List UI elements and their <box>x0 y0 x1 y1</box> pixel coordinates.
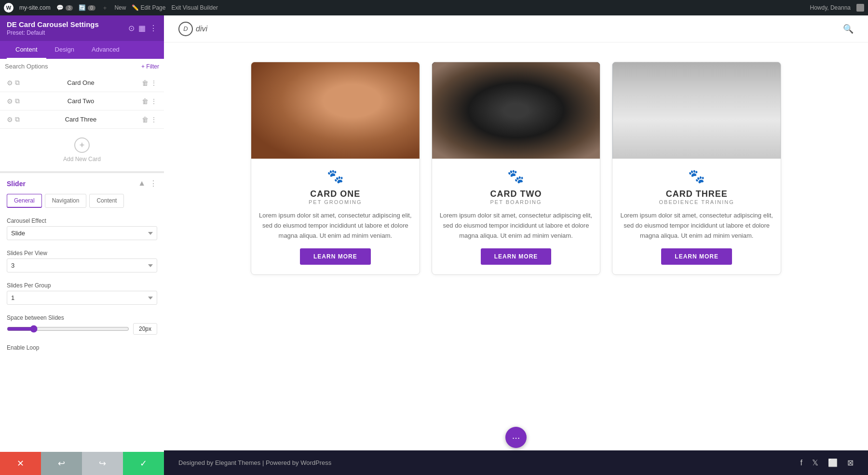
slider-more-icon[interactable]: ⋮ <box>149 179 157 188</box>
wp-logo-icon[interactable]: W <box>4 3 14 13</box>
card-two-body: 🐾 CARD TWO PET BOARDING Lorem ipsum dolo… <box>432 159 600 274</box>
undo-button[interactable]: ↩ <box>41 452 82 475</box>
card-two-btn[interactable]: LEARN MORE <box>481 248 552 265</box>
svg-rect-10 <box>432 62 600 159</box>
svg-point-21 <box>477 130 505 147</box>
user-avatar[interactable] <box>856 4 864 12</box>
main-layout: DE Card Carousel Settings Preset: Defaul… <box>0 15 868 475</box>
tab-design[interactable]: Design <box>46 41 83 59</box>
layout-icon[interactable]: ▦ <box>138 24 146 33</box>
edit-page-button[interactable]: ✏️ Edit Page <box>132 4 165 11</box>
settings-gear-icon-2[interactable]: ⚙ <box>7 97 13 105</box>
plus-circle-icon: + <box>74 137 90 153</box>
settings-gear-icon[interactable]: ⚙ <box>7 79 13 87</box>
subtab-general[interactable]: General <box>7 194 42 208</box>
exit-builder-button[interactable]: Exit Visual Builder <box>171 4 218 11</box>
card-two-title: CARD TWO <box>440 189 593 199</box>
delete-card-one-icon[interactable]: 🗑 <box>142 79 149 87</box>
instagram-icon[interactable]: ⬜ <box>828 458 838 467</box>
rss-icon[interactable]: ⊠ <box>847 458 854 467</box>
divi-logo-circle-icon: D <box>178 22 193 36</box>
new-button[interactable]: New <box>114 4 126 11</box>
svg-rect-28 <box>674 77 712 113</box>
carousel-effect-select[interactable]: Slide Fade Coverflow <box>7 226 157 240</box>
add-new-card-label: Add New Card <box>63 156 101 163</box>
admin-bar: W my-site.com 💬 3 🔄 0 + New ✏️ Edit Page… <box>0 0 868 15</box>
site-name-link[interactable]: my-site.com <box>19 4 51 11</box>
slides-per-view-label: Slides Per View <box>7 250 157 257</box>
card-one-label: Card One <box>24 79 138 86</box>
slider-header[interactable]: Slider ▲ ⋮ <box>0 173 164 194</box>
svg-point-14 <box>517 79 542 110</box>
svg-point-18 <box>507 98 509 100</box>
collapse-icon[interactable]: ▲ <box>138 179 146 188</box>
card-two-image <box>432 62 600 159</box>
card-one-body: 🐾 CARD ONE PET GROOMING Lorem ipsum dolo… <box>251 159 420 274</box>
card-three-title: CARD THREE <box>620 189 773 199</box>
svg-point-33 <box>748 135 753 140</box>
duplicate-icon-2[interactable]: ⧉ <box>15 97 20 105</box>
card-three-icon: 🐾 <box>620 168 773 184</box>
settings-gear-icon-3[interactable]: ⚙ <box>7 116 13 123</box>
svg-point-15 <box>492 84 540 131</box>
redo-button[interactable]: ↪ <box>82 452 123 475</box>
subtab-navigation[interactable]: Navigation <box>45 194 87 208</box>
carousel-effect-label: Carousel Effect <box>7 217 157 224</box>
card-two-item[interactable]: ⚙ ⧉ Card Two 🗑 ⋮ <box>0 92 164 110</box>
search-icon[interactable]: 🔍 <box>843 24 854 34</box>
duplicate-icon[interactable]: ⧉ <box>15 79 20 87</box>
card-three-item[interactable]: ⚙ ⧉ Card Three 🗑 ⋮ <box>0 110 164 129</box>
settings-icon[interactable]: ⊙ <box>128 24 135 33</box>
slides-per-group-select[interactable]: 1 2 3 <box>7 291 157 305</box>
cancel-button[interactable]: ✕ <box>0 452 41 475</box>
card-three-btn[interactable]: LEARN MORE <box>661 248 732 265</box>
space-between-value[interactable]: 20px <box>133 323 157 335</box>
comments-link[interactable]: 💬 3 <box>56 4 73 11</box>
card-three: 🐾 CARD THREE OBEDIENCE TRAINING Lorem ip… <box>612 62 781 275</box>
search-input[interactable] <box>5 63 141 70</box>
space-between-slides-row: Space between Slides 20px <box>0 310 164 339</box>
slides-per-group-row: Slides Per Group 1 2 3 <box>0 277 164 310</box>
save-button[interactable]: ✓ <box>123 452 164 475</box>
more-card-two-icon[interactable]: ⋮ <box>150 97 157 105</box>
duplicate-icon-3[interactable]: ⧉ <box>15 115 20 123</box>
sidebar-preset[interactable]: Preset: Default <box>7 29 99 36</box>
carousel-effect-row: Carousel Effect Slide Fade Coverflow <box>0 213 164 245</box>
delete-card-two-icon[interactable]: 🗑 <box>142 97 149 105</box>
svg-point-32 <box>757 124 767 136</box>
svg-point-7 <box>340 99 347 109</box>
svg-point-34 <box>758 135 762 140</box>
svg-point-31 <box>744 124 754 136</box>
facebook-icon[interactable]: f <box>800 459 802 467</box>
twitter-x-icon[interactable]: 𝕏 <box>812 458 818 467</box>
more-icon[interactable]: ⋮ <box>149 24 157 33</box>
more-card-one-icon[interactable]: ⋮ <box>150 79 157 87</box>
space-between-slider[interactable] <box>7 325 129 333</box>
sidebar-content: ⚙ ⧉ Card One 🗑 ⋮ ⚙ ⧉ Card Two 🗑 ⋮ <box>0 74 164 452</box>
delete-card-three-icon[interactable]: 🗑 <box>142 116 149 123</box>
filter-button[interactable]: + Filter <box>141 63 159 70</box>
svg-point-17 <box>521 95 529 106</box>
updates-count: 0 <box>88 5 95 11</box>
fab-button[interactable]: ··· <box>505 427 527 448</box>
card-one-btn[interactable]: LEARN MORE <box>300 248 371 265</box>
more-card-three-icon[interactable]: ⋮ <box>150 116 157 123</box>
card-three-label: Card Three <box>24 116 138 123</box>
slides-per-view-select[interactable]: 1 2 3 4 5 <box>7 258 157 272</box>
cards-grid: 🐾 CARD ONE PET GROOMING Lorem ipsum dolo… <box>251 62 781 275</box>
pencil-icon: ✏️ <box>132 4 139 11</box>
tab-advanced[interactable]: Advanced <box>83 41 128 59</box>
svg-point-6 <box>324 99 331 109</box>
add-new-card-button[interactable]: + Add New Card <box>0 129 164 171</box>
tab-content[interactable]: Content <box>7 41 46 59</box>
slides-per-group-label: Slides Per Group <box>7 282 157 289</box>
updates-link[interactable]: 🔄 0 <box>79 4 95 11</box>
slider-title: Slider <box>7 180 26 188</box>
sidebar-tabs: Content Design Advanced <box>0 41 164 59</box>
subtab-content[interactable]: Content <box>89 194 124 208</box>
updates-icon: 🔄 <box>79 4 86 11</box>
divi-logo: D divi <box>178 22 207 36</box>
card-one-item[interactable]: ⚙ ⧉ Card One 🗑 ⋮ <box>0 74 164 92</box>
svg-point-11 <box>465 105 566 159</box>
svg-point-9 <box>325 114 345 123</box>
